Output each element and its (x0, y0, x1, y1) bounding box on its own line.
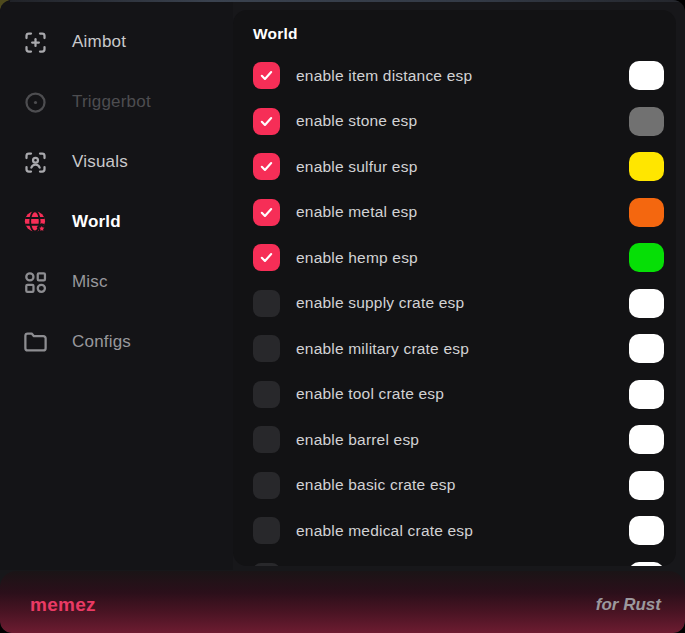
esp-row: enable supply crate esp (253, 281, 664, 327)
window-top-edge (10, 0, 681, 2)
esp-checkbox[interactable] (253, 153, 280, 180)
sidebar-item-label: Triggerbot (72, 92, 151, 112)
esp-checkbox[interactable] (253, 426, 280, 453)
triggerbot-icon (22, 89, 49, 116)
esp-row: enable metal esp (253, 190, 664, 236)
visuals-icon (22, 149, 49, 176)
brand-name: memez (30, 594, 96, 616)
esp-row: enable military crate esp (253, 326, 664, 372)
esp-label: enable metal esp (296, 203, 417, 221)
brand-tagline: for Rust (596, 595, 661, 615)
esp-row: enable basic crate esp (253, 463, 664, 509)
cheat-menu-window: AimbotTriggerbotVisualsWorldMiscConfigs … (0, 0, 685, 633)
esp-label: enable supply crate esp (296, 294, 464, 312)
sidebar-item-label: Visuals (72, 152, 128, 172)
world-panel: World enable item distance espenable sto… (233, 10, 676, 566)
bottom-bar: memez for Rust (0, 571, 685, 633)
color-swatch[interactable] (629, 61, 664, 90)
sidebar-item-misc[interactable]: Misc (0, 252, 233, 312)
esp-checkbox[interactable] (253, 563, 280, 566)
color-swatch[interactable] (629, 289, 664, 318)
sidebar-item-label: Misc (72, 272, 108, 292)
esp-label: enable tool crate esp (296, 385, 444, 403)
esp-row (253, 554, 664, 567)
color-swatch[interactable] (629, 152, 664, 181)
color-swatch[interactable] (629, 516, 664, 545)
esp-row: enable tool crate esp (253, 372, 664, 418)
panel-title: World (253, 25, 664, 43)
sidebar-item-aimbot[interactable]: Aimbot (0, 12, 233, 72)
esp-label: enable barrel esp (296, 431, 419, 449)
esp-label: enable military crate esp (296, 340, 469, 358)
color-swatch[interactable] (629, 107, 664, 136)
esp-checkbox[interactable] (253, 472, 280, 499)
color-swatch[interactable] (629, 425, 664, 454)
esp-checkbox[interactable] (253, 62, 280, 89)
sidebar-item-visuals[interactable]: Visuals (0, 132, 233, 192)
esp-row: enable medical crate esp (253, 508, 664, 554)
sidebar-item-label: Configs (72, 332, 131, 352)
sidebar-item-triggerbot[interactable]: Triggerbot (0, 72, 233, 132)
aimbot-icon (22, 29, 49, 56)
esp-label: enable medical crate esp (296, 522, 473, 540)
color-swatch[interactable] (629, 471, 664, 500)
misc-icon (22, 269, 49, 296)
sidebar-item-label: World (72, 212, 121, 232)
esp-option-list: enable item distance espenable stone esp… (253, 53, 664, 566)
color-swatch[interactable] (629, 243, 664, 272)
world-icon (22, 209, 49, 236)
esp-row: enable barrel esp (253, 417, 664, 463)
esp-row: enable sulfur esp (253, 144, 664, 190)
color-swatch[interactable] (629, 380, 664, 409)
esp-label: enable hemp esp (296, 249, 418, 267)
esp-label: enable item distance esp (296, 67, 472, 85)
sidebar-item-world[interactable]: World (0, 192, 233, 252)
color-swatch[interactable] (629, 334, 664, 363)
esp-checkbox[interactable] (253, 244, 280, 271)
esp-row: enable stone esp (253, 99, 664, 145)
color-swatch[interactable] (629, 562, 664, 566)
esp-checkbox[interactable] (253, 199, 280, 226)
esp-checkbox[interactable] (253, 335, 280, 362)
esp-checkbox[interactable] (253, 290, 280, 317)
esp-checkbox[interactable] (253, 108, 280, 135)
sidebar: AimbotTriggerbotVisualsWorldMiscConfigs (0, 0, 233, 570)
sidebar-item-label: Aimbot (72, 32, 126, 52)
esp-checkbox[interactable] (253, 381, 280, 408)
esp-label: enable basic crate esp (296, 476, 456, 494)
esp-label: enable sulfur esp (296, 158, 417, 176)
configs-icon (22, 329, 49, 356)
esp-row: enable item distance esp (253, 53, 664, 99)
sidebar-item-configs[interactable]: Configs (0, 312, 233, 372)
color-swatch[interactable] (629, 198, 664, 227)
esp-row: enable hemp esp (253, 235, 664, 281)
esp-checkbox[interactable] (253, 517, 280, 544)
esp-label: enable stone esp (296, 112, 417, 130)
